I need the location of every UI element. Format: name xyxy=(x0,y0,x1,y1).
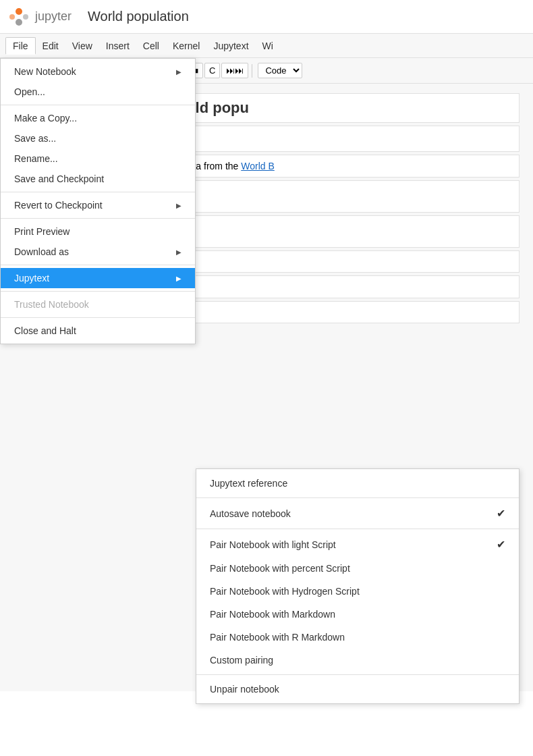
menu-jupytext-item[interactable]: Jupytext ▶ xyxy=(1,268,195,288)
restart-button[interactable]: C xyxy=(204,63,220,78)
revert-arrow: ▶ xyxy=(176,202,181,209)
menu-file[interactable]: File xyxy=(5,37,36,55)
jupyter-logo-icon xyxy=(8,6,30,28)
file-dropdown: New Notebook ▶ Open... Make a Copy... Sa… xyxy=(0,58,196,344)
submenu-sep-2 xyxy=(196,529,519,529)
menu-edit[interactable]: Edit xyxy=(36,38,65,54)
menu-revert-checkpoint[interactable]: Revert to Checkpoint ▶ xyxy=(1,195,195,215)
submenu-custom-pairing[interactable]: Custom pairing xyxy=(196,649,519,672)
restart-run-button[interactable]: ⏭⏭ xyxy=(221,63,248,78)
cell-type-select[interactable]: Code xyxy=(258,63,302,78)
restart-run-icon: ⏭⏭ xyxy=(226,65,244,76)
menu-widgets[interactable]: Wi xyxy=(256,38,280,54)
jupytext-arrow: ▶ xyxy=(176,275,181,282)
svg-point-0 xyxy=(16,8,22,15)
notebook-title[interactable]: World population xyxy=(88,9,189,24)
separator-6 xyxy=(1,317,195,318)
submenu-pair-light[interactable]: Pair Notebook with light Script ✔ xyxy=(196,532,519,557)
menu-trusted-notebook: Trusted Notebook xyxy=(1,294,195,315)
autosave-check: ✔ xyxy=(497,507,505,520)
submenu-sep-3 xyxy=(196,674,519,675)
submenu-pair-markdown[interactable]: Pair Notebook with Markdown xyxy=(196,603,519,626)
download-arrow: ▶ xyxy=(176,248,181,256)
toolbar-sep-3 xyxy=(252,64,252,78)
menu-kernel[interactable]: Kernel xyxy=(166,38,206,54)
new-notebook-arrow: ▶ xyxy=(176,68,181,76)
jupyter-logo: jupyter xyxy=(8,6,80,28)
menu-save-checkpoint[interactable]: Save and Checkpoint xyxy=(1,169,195,189)
menu-make-copy[interactable]: Make a Copy... xyxy=(1,108,195,128)
svg-point-1 xyxy=(16,19,22,26)
svg-point-2 xyxy=(9,14,15,20)
svg-point-3 xyxy=(23,14,28,20)
submenu-jupytext-reference[interactable]: Jupytext reference xyxy=(196,472,519,495)
jupyter-label: jupyter xyxy=(35,9,72,24)
separator-5 xyxy=(1,291,195,292)
separator-1 xyxy=(1,105,195,105)
submenu-pair-hydrogen[interactable]: Pair Notebook with Hydrogen Script xyxy=(196,580,519,603)
submenu-unpair[interactable]: Unpair notebook xyxy=(196,678,519,701)
separator-4 xyxy=(1,265,195,265)
restart-icon: C xyxy=(209,65,215,76)
separator-3 xyxy=(1,218,195,219)
menu-insert[interactable]: Insert xyxy=(99,38,136,54)
menu-download-as[interactable]: Download as ▶ xyxy=(1,242,195,262)
menu-rename[interactable]: Rename... xyxy=(1,148,195,169)
menu-open[interactable]: Open... xyxy=(1,82,195,102)
submenu-sep-1 xyxy=(196,497,519,498)
submenu-pair-rmarkdown[interactable]: Pair Notebook with R Markdown xyxy=(196,626,519,649)
menu-save-as[interactable]: Save as... xyxy=(1,128,195,148)
menu-close-halt[interactable]: Close and Halt xyxy=(1,321,195,341)
submenu-autosave[interactable]: Autosave notebook ✔ xyxy=(196,501,519,526)
pair-light-check: ✔ xyxy=(497,538,505,551)
menu-cell[interactable]: Cell xyxy=(136,38,166,54)
menu-print-preview[interactable]: Print Preview xyxy=(1,221,195,242)
header: jupyter World population xyxy=(0,0,533,34)
menubar: File Edit View Insert Cell Kernel Jupyte… xyxy=(0,34,533,58)
submenu-pair-percent[interactable]: Pair Notebook with percent Script xyxy=(196,557,519,580)
menu-jupytext[interactable]: Jupytext xyxy=(206,38,255,54)
separator-2 xyxy=(1,192,195,192)
world-bank-link[interactable]: World B xyxy=(241,161,275,171)
jupytext-submenu: Jupytext reference Autosave notebook ✔ P… xyxy=(196,468,520,704)
menu-view[interactable]: View xyxy=(65,38,99,54)
menu-new-notebook[interactable]: New Notebook ▶ xyxy=(1,61,195,82)
